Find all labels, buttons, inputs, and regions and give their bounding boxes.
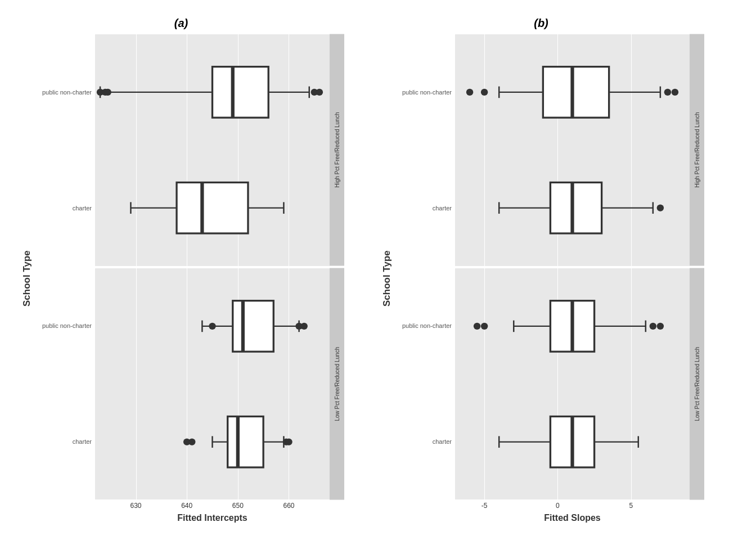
svg-rect-3 xyxy=(213,67,269,118)
facet-plot xyxy=(95,34,330,266)
x-tick-label: 630 xyxy=(130,502,142,510)
x-axis-title: Fitted Intercepts xyxy=(95,513,330,523)
main-container: (a)School Typepublic non-chartercharterH… xyxy=(18,17,738,523)
svg-point-31 xyxy=(285,438,292,445)
x-tick-label: 660 xyxy=(283,502,294,510)
facet-plot xyxy=(455,268,690,500)
panel-a: (a)School Typepublic non-chartercharterH… xyxy=(18,17,344,523)
svg-point-39 xyxy=(664,89,672,96)
y-tick-label: charter xyxy=(36,384,95,500)
facet-plot xyxy=(95,268,330,500)
x-tick-label: 5 xyxy=(629,502,633,510)
svg-rect-35 xyxy=(543,67,609,118)
y-tick-label: public non-charter xyxy=(396,34,455,150)
svg-point-54 xyxy=(650,322,657,329)
facet-row: public non-chartercharterHigh Pct Free/R… xyxy=(36,34,344,266)
svg-point-7 xyxy=(104,89,111,96)
svg-point-52 xyxy=(474,322,481,329)
y-axis-label-0: School Type xyxy=(18,34,36,523)
facet-label: Low Pct Free/Reduced Lunch xyxy=(330,268,344,500)
svg-rect-18 xyxy=(233,300,274,352)
x-tick-label: 0 xyxy=(556,502,560,510)
svg-point-53 xyxy=(481,322,488,329)
x-tick-label: -5 xyxy=(482,502,488,510)
svg-point-40 xyxy=(672,89,679,96)
svg-rect-13 xyxy=(177,182,248,233)
facet-label: High Pct Free/Reduced Lunch xyxy=(330,34,344,266)
svg-rect-44 xyxy=(550,182,601,233)
svg-point-9 xyxy=(316,89,323,96)
svg-point-29 xyxy=(188,438,196,445)
y-tick-label: charter xyxy=(396,384,455,500)
panel-b: (b)School Typepublic non-chartercharterH… xyxy=(378,17,704,523)
x-tick-label: 640 xyxy=(181,502,192,510)
facet-plot xyxy=(455,34,690,266)
svg-point-55 xyxy=(657,322,664,329)
facet-row: public non-chartercharterLow Pct Free/Re… xyxy=(36,268,344,500)
facet-label: Low Pct Free/Reduced Lunch xyxy=(690,268,704,500)
y-tick-label: charter xyxy=(396,150,455,266)
svg-point-38 xyxy=(481,89,488,96)
svg-point-46 xyxy=(657,204,664,211)
y-tick-label: public non-charter xyxy=(36,34,95,150)
svg-rect-26 xyxy=(228,416,263,467)
panel-title-a: (a) xyxy=(18,17,344,30)
facet-row: public non-chartercharterLow Pct Free/Re… xyxy=(396,268,704,500)
facet-row: public non-chartercharterHigh Pct Free/R… xyxy=(396,34,704,266)
y-axis-label-1: School Type xyxy=(378,34,396,523)
panel-title-b: (b) xyxy=(378,17,704,30)
facet-label: High Pct Free/Reduced Lunch xyxy=(690,34,704,266)
y-tick-label: public non-charter xyxy=(36,268,95,384)
svg-point-22 xyxy=(300,322,308,329)
svg-point-20 xyxy=(209,322,216,329)
svg-point-37 xyxy=(466,89,474,96)
y-tick-label: charter xyxy=(36,150,95,266)
x-axis-title: Fitted Slopes xyxy=(455,513,690,523)
y-tick-label: public non-charter xyxy=(396,268,455,384)
x-tick-label: 650 xyxy=(232,502,244,510)
